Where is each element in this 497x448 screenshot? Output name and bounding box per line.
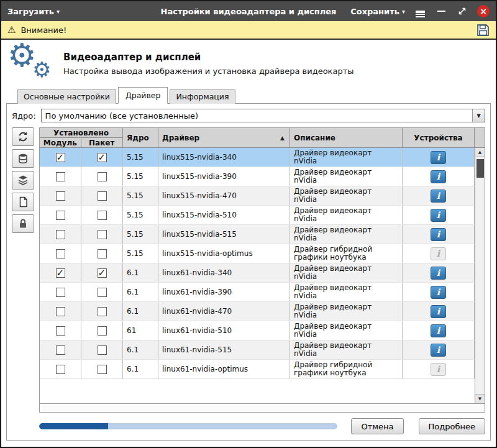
- save-menu-button[interactable]: Сохранить ▾: [350, 7, 405, 16]
- column-header-devices[interactable]: Устройства: [403, 128, 475, 147]
- package-checkbox[interactable]: [98, 172, 107, 181]
- scrollbar-thumb[interactable]: [476, 159, 484, 178]
- close-button[interactable]: ×: [477, 5, 490, 17]
- table-row[interactable]: 61 linux61-nvidia-510 Драйвер видеокарт …: [40, 321, 475, 341]
- kernel-cell: 5.15: [123, 148, 158, 167]
- info-button[interactable]: i: [431, 363, 446, 376]
- table-row[interactable]: 6.1 linux61-nvidia-340 Драйвер видеокарт…: [40, 263, 475, 283]
- info-button[interactable]: i: [431, 247, 446, 260]
- column-header-driver[interactable]: Драйвер ▲: [158, 128, 290, 147]
- lock-button[interactable]: [12, 214, 34, 233]
- module-checkbox[interactable]: [56, 211, 65, 220]
- maximize-button[interactable]: [456, 5, 468, 17]
- settings-window: Настройки видеоадаптера и дисплея Загруз…: [0, 0, 497, 448]
- info-icon: i: [437, 326, 440, 336]
- driver-cell: linux61-nvidia-340: [162, 268, 232, 277]
- vertical-scrollbar[interactable]: ▲ ▼: [475, 148, 485, 403]
- module-checkbox[interactable]: [56, 365, 65, 374]
- package-checkbox[interactable]: [98, 191, 107, 201]
- tab-information[interactable]: Информация: [170, 89, 235, 104]
- scroll-up-button[interactable]: ▲: [475, 148, 485, 157]
- info-button[interactable]: i: [431, 209, 446, 222]
- driver-cell: linux61-nvidia-510: [162, 326, 232, 335]
- package-checkbox[interactable]: [98, 249, 107, 258]
- driver-cell: linux515-nvidia-340: [162, 153, 237, 162]
- save-file-button[interactable]: [476, 24, 490, 37]
- titlebar: Настройки видеоадаптера и дисплея Загруз…: [1, 1, 496, 21]
- info-button[interactable]: i: [431, 151, 446, 164]
- table-row[interactable]: 5.15 linux515-nvidia-390 Драйвер видеока…: [40, 167, 475, 186]
- module-checkbox[interactable]: [56, 172, 65, 181]
- cancel-button[interactable]: Отмена: [351, 418, 403, 434]
- table-row[interactable]: 5.15 linux515-nvidia-340 Драйвер видеока…: [40, 148, 475, 167]
- driver-cell: linux61-nvidia-515: [162, 345, 232, 354]
- minimize-button[interactable]: [435, 5, 447, 17]
- module-checkbox[interactable]: [56, 153, 65, 162]
- scroll-up-icon: ▲: [478, 150, 481, 155]
- info-button[interactable]: i: [431, 170, 446, 183]
- package-checkbox[interactable]: [98, 365, 107, 374]
- column-header-package[interactable]: Пакет: [81, 138, 123, 147]
- tab-driver[interactable]: Драйвер: [118, 87, 168, 104]
- info-button[interactable]: i: [431, 190, 446, 203]
- module-checkbox[interactable]: [56, 249, 65, 258]
- table-row[interactable]: 6.1 linux61-nvidia-optimus Драйвер гибри…: [40, 360, 475, 379]
- package-checkbox[interactable]: [98, 326, 107, 336]
- kernel-cell: 6.1: [123, 302, 158, 321]
- page-subtitle: Настройка вывода изображения и установка…: [63, 66, 354, 76]
- module-checkbox[interactable]: [56, 307, 65, 316]
- table-row[interactable]: 5.15 linux515-nvidia-470 Драйвер видеока…: [40, 186, 475, 206]
- package-checkbox[interactable]: [98, 288, 107, 297]
- table-body: 5.15 linux515-nvidia-340 Драйвер видеока…: [40, 148, 485, 412]
- tab-basic-settings[interactable]: Основные настройки: [17, 89, 116, 104]
- package-checkbox[interactable]: [98, 230, 107, 239]
- info-icon: i: [437, 152, 440, 162]
- load-menu-button[interactable]: Загрузить ▾: [7, 7, 60, 16]
- table-row[interactable]: 5.15 linux515-nvidia-515 Драйвер видеока…: [40, 225, 475, 244]
- info-button[interactable]: i: [431, 305, 446, 318]
- details-button[interactable]: Подробнее: [419, 418, 485, 434]
- table-row[interactable]: 5.15 linux515-nvidia-optimus Драйвер гиб…: [40, 244, 475, 263]
- chevron-down-icon: ▾: [57, 8, 60, 15]
- scroll-down-button[interactable]: ▼: [475, 394, 485, 403]
- description-cell: Драйвер гибридной графики ноутбука: [294, 361, 380, 377]
- package-checkbox[interactable]: [98, 268, 107, 278]
- refresh-button[interactable]: [12, 127, 34, 146]
- table-row[interactable]: 6.1 linux61-nvidia-515 Драйвер видеокарт…: [40, 341, 475, 360]
- column-header-kernel[interactable]: Ядро: [123, 128, 158, 147]
- module-checkbox[interactable]: [56, 191, 65, 201]
- table-row[interactable]: 5.15 linux515-nvidia-510 Драйвер видеока…: [40, 206, 475, 225]
- info-button[interactable]: i: [431, 286, 446, 299]
- kernel-select[interactable]: По умолчанию (все установленные) ▼: [41, 109, 485, 122]
- info-button[interactable]: i: [431, 228, 446, 241]
- packages-button[interactable]: [12, 171, 34, 190]
- menu-button[interactable]: [414, 5, 426, 17]
- column-header-module[interactable]: Модуль: [40, 138, 81, 147]
- progress-fill: [39, 423, 108, 429]
- kernel-cell: 5.15: [123, 186, 158, 205]
- package-checkbox[interactable]: [98, 211, 107, 220]
- info-button[interactable]: i: [431, 267, 446, 280]
- package-checkbox[interactable]: [98, 307, 107, 316]
- module-checkbox[interactable]: [56, 288, 65, 297]
- table-row[interactable]: 6.1 linux61-nvidia-470 Драйвер видеокарт…: [40, 302, 475, 321]
- dropdown-button[interactable]: ▼: [472, 109, 485, 122]
- horizontal-scrollbar[interactable]: [40, 403, 485, 412]
- module-checkbox[interactable]: [56, 268, 65, 278]
- column-header-installed[interactable]: Установлено Модуль Пакет: [40, 128, 123, 147]
- info-button[interactable]: i: [431, 344, 446, 357]
- info-icon: i: [437, 210, 440, 220]
- module-checkbox[interactable]: [56, 230, 65, 239]
- package-checkbox[interactable]: [98, 345, 107, 355]
- column-header-description[interactable]: Описание: [290, 128, 403, 147]
- module-checkbox[interactable]: [56, 345, 65, 355]
- info-button[interactable]: i: [431, 324, 446, 337]
- module-checkbox[interactable]: [56, 326, 65, 336]
- package-checkbox[interactable]: [98, 153, 107, 162]
- driver-cell: linux515-nvidia-510: [162, 211, 237, 219]
- repository-button[interactable]: [12, 149, 34, 168]
- table-row[interactable]: 6.1 linux61-nvidia-390 Драйвер видеокарт…: [40, 283, 475, 302]
- log-button[interactable]: [12, 193, 34, 211]
- progress-bar: [39, 423, 337, 429]
- description-cell: Драйвер видеокарт nVidia: [294, 226, 380, 242]
